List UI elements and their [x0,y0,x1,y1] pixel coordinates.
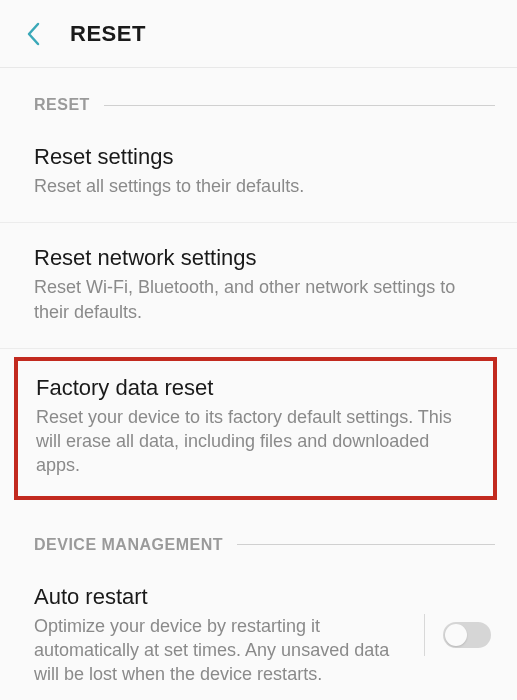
toggle-text-block: Auto restart Optimize your device by res… [34,584,424,687]
section-label: DEVICE MANAGEMENT [34,536,223,554]
item-title: Reset network settings [34,245,483,271]
toggle-knob [445,624,467,646]
chevron-left-icon [26,22,40,46]
back-button[interactable] [20,21,46,47]
item-title: Reset settings [34,144,483,170]
vertical-divider [424,614,425,656]
item-title: Factory data reset [36,375,475,401]
reset-network-settings-item[interactable]: Reset network settings Reset Wi-Fi, Blue… [0,223,517,349]
item-title: Auto restart [34,584,412,610]
auto-restart-toggle[interactable] [443,622,491,648]
content-area: RESET Reset settings Reset all settings … [0,68,517,700]
section-divider [104,105,495,106]
item-desc: Reset all settings to their defaults. [34,174,483,198]
section-divider [237,544,495,545]
item-desc: Reset Wi-Fi, Bluetooth, and other networ… [34,275,483,324]
section-header-reset: RESET [0,68,517,114]
section-label: RESET [34,96,90,114]
item-desc: Reset your device to its factory default… [36,405,475,478]
app-header: RESET [0,0,517,68]
reset-settings-item[interactable]: Reset settings Reset all settings to the… [0,122,517,223]
page-title: RESET [70,21,146,47]
auto-restart-item[interactable]: Auto restart Optimize your device by res… [0,562,517,700]
factory-data-reset-item[interactable]: Factory data reset Reset your device to … [14,357,497,500]
section-header-device-management: DEVICE MANAGEMENT [0,508,517,554]
item-desc: Optimize your device by restarting it au… [34,614,412,687]
